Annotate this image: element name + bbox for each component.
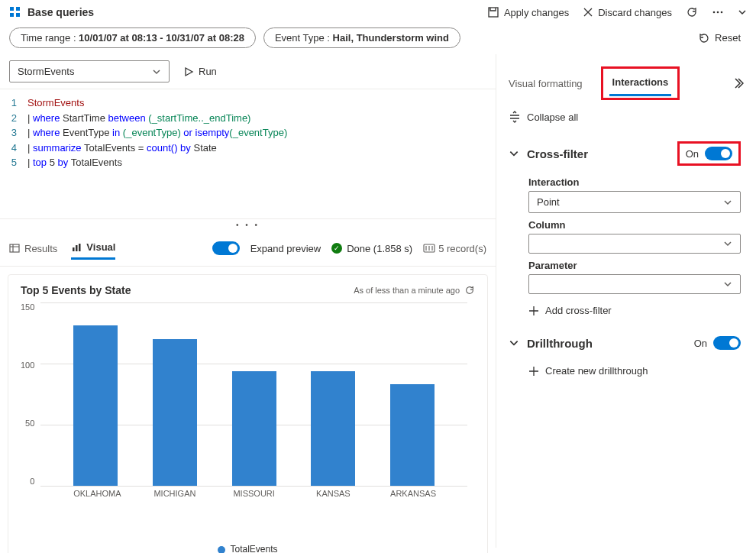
time-range-label: Time range : [21, 32, 79, 44]
chart-bar[interactable] [390, 384, 435, 486]
run-button[interactable]: Run [177, 63, 223, 80]
cross-filter-state: On [686, 148, 699, 160]
expand-preview-label: Expand preview [250, 243, 321, 254]
tab-results-label: Results [24, 243, 57, 254]
cross-filter-toggle[interactable] [705, 147, 732, 160]
tab-visual[interactable]: Visual [71, 237, 115, 260]
collapse-icon [509, 111, 521, 123]
chart-xlabel: MICHIGAN [153, 489, 197, 498]
chart-legend: TotalEvents [21, 544, 475, 553]
drillthrough-title: Drillthrough [527, 337, 593, 350]
chart-xlabel: KANSAS [311, 489, 355, 498]
chart-xlabel: OKLAHOMA [73, 489, 118, 498]
apply-changes-label: Apply changes [504, 7, 569, 18]
page-title-text: Base queries [27, 6, 94, 18]
refresh-icon[interactable] [686, 6, 698, 18]
dataset-dropdown[interactable]: StormEvents [9, 60, 170, 82]
record-count-text: 5 record(s) [438, 243, 486, 254]
code-line-1: StormEvents [27, 97, 84, 108]
chart-xlabel: ARKANSAS [390, 489, 435, 498]
table-icon [9, 243, 20, 254]
chart-icon [71, 242, 82, 253]
tab-results[interactable]: Results [9, 238, 57, 259]
interaction-value: Point [537, 196, 560, 208]
event-type-pill[interactable]: Event Type : Hail, Thunderstorm wind [263, 27, 460, 48]
interaction-label: Interaction [528, 176, 741, 188]
chart-bar[interactable] [153, 339, 197, 486]
more-icon[interactable] [712, 6, 724, 18]
grid-icon [9, 6, 21, 18]
svg-rect-2 [10, 13, 14, 17]
chart-title: Top 5 Events by State [21, 284, 131, 296]
column-select[interactable] [528, 234, 741, 254]
drillthrough-toggle[interactable] [713, 336, 741, 350]
plus-icon [528, 306, 539, 316]
add-cross-filter-button[interactable]: Add cross-filter [528, 305, 741, 316]
expand-preview-toggle[interactable] [212, 241, 240, 255]
refresh-icon[interactable] [464, 285, 475, 296]
apply-changes-button[interactable]: Apply changes [487, 6, 569, 18]
reset-icon [698, 32, 710, 44]
chart-bar[interactable] [311, 371, 355, 486]
reset-label: Reset [715, 32, 741, 44]
count-icon [423, 244, 435, 253]
query-editor[interactable]: 1StormEvents 2| where StartTime between … [0, 89, 496, 218]
legend-dot [218, 546, 225, 553]
resize-handle[interactable]: • • • [0, 218, 496, 231]
record-count: 5 record(s) [423, 243, 486, 254]
chart-bar[interactable] [73, 325, 118, 486]
chart-timestamp: As of less than a minute ago [354, 286, 460, 295]
svg-rect-11 [79, 244, 81, 251]
chart-bar[interactable] [232, 371, 276, 486]
svg-point-7 [721, 11, 723, 14]
chevron-down-icon [152, 67, 161, 76]
collapse-all-label: Collapse all [527, 112, 578, 123]
expand-icon[interactable] [732, 77, 744, 89]
svg-rect-9 [73, 247, 75, 251]
legend-label: TotalEvents [230, 544, 277, 553]
tab-visual-label: Visual [86, 241, 115, 253]
chevron-down-icon[interactable] [738, 8, 747, 17]
parameter-label: Parameter [528, 260, 741, 271]
query-status: ✓ Done (1.858 s) [331, 243, 412, 254]
dataset-value: StormEvents [18, 66, 74, 77]
run-label: Run [199, 66, 217, 77]
chart-xlabel: MISSOURI [232, 489, 276, 498]
time-range-pill[interactable]: Time range : 10/01/07 at 08:13 - 10/31/0… [9, 27, 256, 48]
collapse-all-button[interactable]: Collapse all [502, 100, 747, 134]
svg-rect-3 [16, 13, 20, 17]
discard-changes-label: Discard changes [598, 7, 672, 18]
create-drillthrough-label: Create new drillthrough [545, 365, 648, 377]
svg-rect-0 [10, 7, 14, 11]
page-title: Base queries [9, 6, 94, 18]
check-icon: ✓ [331, 243, 342, 254]
chevron-down-icon [723, 198, 732, 207]
save-icon [487, 6, 499, 18]
tab-visual-formatting[interactable]: Visual formatting [506, 72, 586, 95]
close-icon [583, 7, 593, 18]
play-icon [183, 66, 194, 77]
reset-button[interactable]: Reset [698, 32, 747, 44]
svg-rect-10 [76, 245, 78, 251]
chevron-down-icon [723, 239, 732, 248]
chevron-down-icon[interactable] [509, 148, 519, 159]
tab-interactions[interactable]: Interactions [609, 70, 672, 96]
add-cross-filter-label: Add cross-filter [545, 305, 612, 316]
chevron-down-icon [723, 280, 732, 289]
drillthrough-state: On [694, 338, 707, 349]
event-type-label: Event Type : [275, 32, 333, 44]
svg-rect-1 [16, 7, 20, 11]
cross-filter-title: Cross-filter [527, 147, 588, 160]
time-range-value: 10/01/07 at 08:13 - 10/31/07 at 08:28 [79, 32, 244, 44]
svg-point-5 [713, 11, 716, 14]
interaction-select[interactable]: Point [528, 191, 741, 213]
status-text: Done (1.858 s) [347, 243, 412, 254]
discard-changes-button[interactable]: Discard changes [583, 7, 672, 18]
svg-point-6 [717, 11, 719, 14]
parameter-select[interactable] [528, 274, 741, 294]
event-type-value: Hail, Thunderstorm wind [333, 32, 449, 44]
chart-panel: Top 5 Events by State As of less than a … [8, 274, 488, 553]
create-drillthrough-button[interactable]: Create new drillthrough [528, 365, 741, 377]
chevron-down-icon[interactable] [509, 338, 519, 348]
svg-rect-8 [10, 244, 19, 252]
